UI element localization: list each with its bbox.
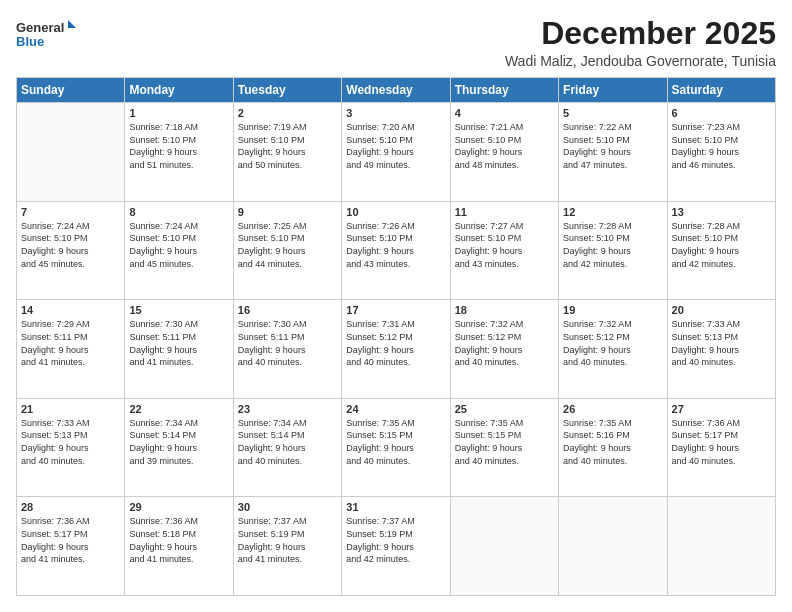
calendar-cell: 22Sunrise: 7:34 AM Sunset: 5:14 PM Dayli… xyxy=(125,398,233,497)
day-number: 3 xyxy=(346,107,445,119)
calendar-cell: 6Sunrise: 7:23 AM Sunset: 5:10 PM Daylig… xyxy=(667,103,775,202)
day-info: Sunrise: 7:33 AM Sunset: 5:13 PM Dayligh… xyxy=(672,318,771,368)
calendar-cell: 18Sunrise: 7:32 AM Sunset: 5:12 PM Dayli… xyxy=(450,300,558,399)
calendar-cell: 3Sunrise: 7:20 AM Sunset: 5:10 PM Daylig… xyxy=(342,103,450,202)
day-info: Sunrise: 7:31 AM Sunset: 5:12 PM Dayligh… xyxy=(346,318,445,368)
calendar-cell xyxy=(559,497,667,596)
day-info: Sunrise: 7:36 AM Sunset: 5:17 PM Dayligh… xyxy=(21,515,120,565)
day-info: Sunrise: 7:33 AM Sunset: 5:13 PM Dayligh… xyxy=(21,417,120,467)
day-number: 9 xyxy=(238,206,337,218)
day-info: Sunrise: 7:35 AM Sunset: 5:15 PM Dayligh… xyxy=(455,417,554,467)
day-number: 23 xyxy=(238,403,337,415)
calendar-week-row: 21Sunrise: 7:33 AM Sunset: 5:13 PM Dayli… xyxy=(17,398,776,497)
calendar-cell: 15Sunrise: 7:30 AM Sunset: 5:11 PM Dayli… xyxy=(125,300,233,399)
calendar-cell: 26Sunrise: 7:35 AM Sunset: 5:16 PM Dayli… xyxy=(559,398,667,497)
day-number: 13 xyxy=(672,206,771,218)
calendar-cell: 27Sunrise: 7:36 AM Sunset: 5:17 PM Dayli… xyxy=(667,398,775,497)
day-number: 5 xyxy=(563,107,662,119)
calendar-cell: 30Sunrise: 7:37 AM Sunset: 5:19 PM Dayli… xyxy=(233,497,341,596)
day-number: 19 xyxy=(563,304,662,316)
day-number: 20 xyxy=(672,304,771,316)
day-info: Sunrise: 7:19 AM Sunset: 5:10 PM Dayligh… xyxy=(238,121,337,171)
day-info: Sunrise: 7:28 AM Sunset: 5:10 PM Dayligh… xyxy=(672,220,771,270)
calendar-cell: 25Sunrise: 7:35 AM Sunset: 5:15 PM Dayli… xyxy=(450,398,558,497)
day-number: 11 xyxy=(455,206,554,218)
weekday-header: Monday xyxy=(125,78,233,103)
day-number: 17 xyxy=(346,304,445,316)
calendar-cell: 10Sunrise: 7:26 AM Sunset: 5:10 PM Dayli… xyxy=(342,201,450,300)
day-info: Sunrise: 7:23 AM Sunset: 5:10 PM Dayligh… xyxy=(672,121,771,171)
calendar-cell xyxy=(17,103,125,202)
day-info: Sunrise: 7:24 AM Sunset: 5:10 PM Dayligh… xyxy=(129,220,228,270)
day-number: 2 xyxy=(238,107,337,119)
calendar-cell: 2Sunrise: 7:19 AM Sunset: 5:10 PM Daylig… xyxy=(233,103,341,202)
day-number: 31 xyxy=(346,501,445,513)
weekday-header: Wednesday xyxy=(342,78,450,103)
main-title: December 2025 xyxy=(505,16,776,51)
day-number: 28 xyxy=(21,501,120,513)
calendar-cell: 16Sunrise: 7:30 AM Sunset: 5:11 PM Dayli… xyxy=(233,300,341,399)
weekday-header: Sunday xyxy=(17,78,125,103)
svg-text:General: General xyxy=(16,20,64,35)
day-info: Sunrise: 7:29 AM Sunset: 5:11 PM Dayligh… xyxy=(21,318,120,368)
day-info: Sunrise: 7:27 AM Sunset: 5:10 PM Dayligh… xyxy=(455,220,554,270)
logo: General Blue xyxy=(16,16,76,56)
calendar-cell: 20Sunrise: 7:33 AM Sunset: 5:13 PM Dayli… xyxy=(667,300,775,399)
calendar-week-row: 7Sunrise: 7:24 AM Sunset: 5:10 PM Daylig… xyxy=(17,201,776,300)
calendar-cell: 24Sunrise: 7:35 AM Sunset: 5:15 PM Dayli… xyxy=(342,398,450,497)
day-info: Sunrise: 7:32 AM Sunset: 5:12 PM Dayligh… xyxy=(455,318,554,368)
day-number: 8 xyxy=(129,206,228,218)
weekday-header: Saturday xyxy=(667,78,775,103)
calendar-cell xyxy=(450,497,558,596)
day-number: 15 xyxy=(129,304,228,316)
day-info: Sunrise: 7:26 AM Sunset: 5:10 PM Dayligh… xyxy=(346,220,445,270)
weekday-header: Friday xyxy=(559,78,667,103)
day-number: 14 xyxy=(21,304,120,316)
day-number: 7 xyxy=(21,206,120,218)
day-number: 26 xyxy=(563,403,662,415)
calendar-week-row: 28Sunrise: 7:36 AM Sunset: 5:17 PM Dayli… xyxy=(17,497,776,596)
day-info: Sunrise: 7:34 AM Sunset: 5:14 PM Dayligh… xyxy=(238,417,337,467)
day-number: 29 xyxy=(129,501,228,513)
day-info: Sunrise: 7:36 AM Sunset: 5:17 PM Dayligh… xyxy=(672,417,771,467)
calendar-cell: 9Sunrise: 7:25 AM Sunset: 5:10 PM Daylig… xyxy=(233,201,341,300)
page-header: General Blue December 2025 Wadi Maliz, J… xyxy=(16,16,776,69)
day-info: Sunrise: 7:37 AM Sunset: 5:19 PM Dayligh… xyxy=(238,515,337,565)
day-info: Sunrise: 7:30 AM Sunset: 5:11 PM Dayligh… xyxy=(129,318,228,368)
calendar-cell: 17Sunrise: 7:31 AM Sunset: 5:12 PM Dayli… xyxy=(342,300,450,399)
day-info: Sunrise: 7:35 AM Sunset: 5:16 PM Dayligh… xyxy=(563,417,662,467)
svg-marker-2 xyxy=(68,20,76,28)
day-info: Sunrise: 7:30 AM Sunset: 5:11 PM Dayligh… xyxy=(238,318,337,368)
day-info: Sunrise: 7:21 AM Sunset: 5:10 PM Dayligh… xyxy=(455,121,554,171)
weekday-header: Tuesday xyxy=(233,78,341,103)
day-number: 12 xyxy=(563,206,662,218)
day-info: Sunrise: 7:34 AM Sunset: 5:14 PM Dayligh… xyxy=(129,417,228,467)
calendar-cell: 13Sunrise: 7:28 AM Sunset: 5:10 PM Dayli… xyxy=(667,201,775,300)
day-info: Sunrise: 7:24 AM Sunset: 5:10 PM Dayligh… xyxy=(21,220,120,270)
calendar-table: SundayMondayTuesdayWednesdayThursdayFrid… xyxy=(16,77,776,596)
weekday-header: Thursday xyxy=(450,78,558,103)
calendar-cell: 31Sunrise: 7:37 AM Sunset: 5:19 PM Dayli… xyxy=(342,497,450,596)
day-number: 18 xyxy=(455,304,554,316)
calendar-cell: 4Sunrise: 7:21 AM Sunset: 5:10 PM Daylig… xyxy=(450,103,558,202)
calendar-cell: 5Sunrise: 7:22 AM Sunset: 5:10 PM Daylig… xyxy=(559,103,667,202)
svg-text:Blue: Blue xyxy=(16,34,44,49)
day-info: Sunrise: 7:25 AM Sunset: 5:10 PM Dayligh… xyxy=(238,220,337,270)
calendar-cell: 19Sunrise: 7:32 AM Sunset: 5:12 PM Dayli… xyxy=(559,300,667,399)
subtitle: Wadi Maliz, Jendouba Governorate, Tunisi… xyxy=(505,53,776,69)
day-number: 22 xyxy=(129,403,228,415)
calendar-cell: 11Sunrise: 7:27 AM Sunset: 5:10 PM Dayli… xyxy=(450,201,558,300)
calendar-cell: 14Sunrise: 7:29 AM Sunset: 5:11 PM Dayli… xyxy=(17,300,125,399)
calendar-cell: 7Sunrise: 7:24 AM Sunset: 5:10 PM Daylig… xyxy=(17,201,125,300)
calendar-week-row: 1Sunrise: 7:18 AM Sunset: 5:10 PM Daylig… xyxy=(17,103,776,202)
day-number: 16 xyxy=(238,304,337,316)
day-info: Sunrise: 7:36 AM Sunset: 5:18 PM Dayligh… xyxy=(129,515,228,565)
calendar-cell xyxy=(667,497,775,596)
calendar-week-row: 14Sunrise: 7:29 AM Sunset: 5:11 PM Dayli… xyxy=(17,300,776,399)
calendar-cell: 12Sunrise: 7:28 AM Sunset: 5:10 PM Dayli… xyxy=(559,201,667,300)
day-info: Sunrise: 7:37 AM Sunset: 5:19 PM Dayligh… xyxy=(346,515,445,565)
day-number: 6 xyxy=(672,107,771,119)
calendar-cell: 8Sunrise: 7:24 AM Sunset: 5:10 PM Daylig… xyxy=(125,201,233,300)
day-number: 30 xyxy=(238,501,337,513)
day-info: Sunrise: 7:28 AM Sunset: 5:10 PM Dayligh… xyxy=(563,220,662,270)
